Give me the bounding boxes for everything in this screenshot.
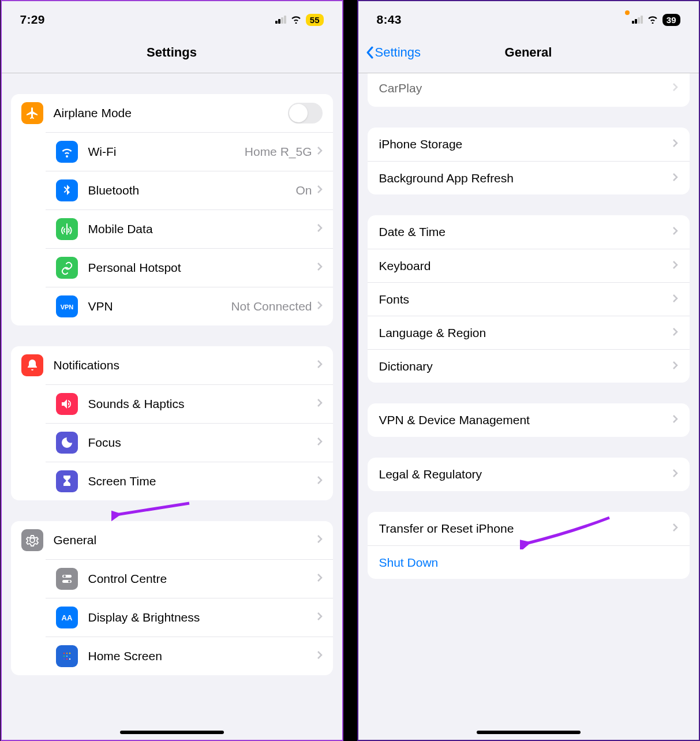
status-bar: 8:43 39 (358, 1, 699, 35)
row-home-screen[interactable]: Home Screen (46, 637, 333, 675)
row-label: VPN (88, 300, 231, 313)
status-icons: 55 (275, 14, 323, 26)
sliders-icon (56, 568, 78, 590)
row-label: Mobile Data (88, 222, 317, 236)
row-label: Screen Time (88, 474, 317, 488)
row-bluetooth[interactable]: BluetoothOn (46, 171, 333, 209)
row-background-app-refresh[interactable]: Background App Refresh (368, 161, 690, 194)
gear-icon (21, 529, 43, 551)
row-language-region[interactable]: Language & Region (368, 316, 690, 349)
row-mobile-data[interactable]: Mobile Data (46, 209, 333, 248)
toggle-switch[interactable] (288, 103, 323, 124)
chevron-right-icon (317, 185, 323, 196)
svg-point-11 (66, 656, 67, 657)
row-label: Control Centre (88, 572, 317, 586)
row-label: Dictionary (379, 360, 672, 373)
svg-point-13 (63, 658, 64, 660)
svg-point-14 (66, 658, 67, 660)
row-label: Legal & Regulatory (379, 467, 672, 481)
back-label: Settings (375, 45, 421, 60)
row-general[interactable]: General (11, 521, 333, 559)
chevron-right-icon (317, 612, 323, 623)
status-time: 7:29 (20, 13, 45, 27)
nav-bar: Settings (2, 35, 342, 73)
settings-group-system: NotificationsSounds & HapticsFocusScreen… (11, 346, 333, 500)
row-display-brightness[interactable]: AADisplay & Brightness (46, 598, 333, 637)
row-label: Sounds & Haptics (88, 397, 317, 411)
general-group-legal: Legal & Regulatory (368, 458, 690, 491)
row-label: Home Screen (88, 649, 317, 663)
phone-settings-root: 7:29 55 Settings Airplane ModeWi-FiHome … (1, 0, 343, 741)
vpn-icon: VPN (56, 295, 78, 317)
row-label: Keyboard (379, 259, 672, 273)
chevron-right-icon (672, 469, 678, 480)
status-bar: 7:29 55 (2, 1, 342, 35)
speaker-icon (56, 393, 78, 415)
page-title: Settings (2, 45, 342, 60)
battery-indicator: 55 (306, 14, 324, 26)
chevron-right-icon (317, 398, 323, 410)
antenna-icon (56, 218, 78, 240)
chevron-right-icon (317, 534, 323, 546)
back-button[interactable]: Settings (365, 45, 421, 60)
wifi-icon (56, 141, 78, 163)
hourglass-icon (56, 470, 78, 492)
row-control-centre[interactable]: Control Centre (46, 559, 333, 598)
row-label: Notifications (54, 358, 317, 372)
chevron-right-icon (672, 173, 678, 184)
row-label: Bluetooth (88, 184, 296, 197)
row-vpn[interactable]: VPNVPNNot Connected (46, 287, 333, 325)
row-label: Airplane Mode (54, 106, 288, 120)
row-screen-time[interactable]: Screen Time (46, 462, 333, 500)
row-detail: Not Connected (231, 300, 312, 313)
row-date-time[interactable]: Date & Time (368, 215, 690, 249)
bell-icon (21, 354, 43, 376)
row-label: Wi-Fi (88, 145, 245, 159)
home-indicator[interactable] (120, 731, 224, 734)
row-legal-regulatory[interactable]: Legal & Regulatory (368, 458, 690, 491)
svg-point-8 (66, 653, 67, 654)
status-privacy-dot (625, 10, 630, 15)
chevron-right-icon (317, 146, 323, 158)
row-fonts[interactable]: Fonts (368, 282, 690, 316)
row-personal-hotspot[interactable]: Personal Hotspot (46, 248, 333, 287)
row-label: Date & Time (379, 225, 672, 239)
row-label: General (54, 533, 317, 547)
chevron-right-icon (672, 139, 678, 150)
general-group-reset: Transfer or Reset iPhoneShut Down (368, 512, 690, 579)
row-focus[interactable]: Focus (46, 423, 333, 462)
row-transfer-reset[interactable]: Transfer or Reset iPhone (368, 512, 690, 545)
row-wifi[interactable]: Wi-FiHome R_5G (46, 132, 333, 171)
chevron-right-icon (672, 83, 678, 94)
row-label: Fonts (379, 293, 672, 306)
settings-group-connectivity: Airplane ModeWi-FiHome R_5GBluetoothOnMo… (11, 94, 333, 325)
row-dictionary[interactable]: Dictionary (368, 349, 690, 383)
svg-point-4 (68, 581, 70, 583)
annotation-arrow-general (111, 499, 192, 522)
row-label: Display & Brightness (88, 611, 317, 624)
row-carplay[interactable]: CarPlay (368, 73, 690, 107)
svg-point-10 (63, 656, 64, 657)
row-iphone-storage[interactable]: iPhone Storage (368, 128, 690, 161)
svg-point-9 (69, 653, 70, 654)
chevron-right-icon (317, 650, 323, 662)
chevron-right-icon (672, 361, 678, 372)
cellular-signal-icon (632, 16, 643, 24)
home-indicator[interactable] (477, 731, 581, 734)
row-notifications[interactable]: Notifications (11, 346, 333, 384)
row-sounds-haptics[interactable]: Sounds & Haptics (46, 384, 333, 423)
chevron-right-icon (317, 476, 323, 487)
svg-text:AA: AA (61, 613, 72, 622)
settings-group-general: GeneralControl CentreAADisplay & Brightn… (11, 521, 333, 675)
row-keyboard[interactable]: Keyboard (368, 249, 690, 282)
row-shut-down[interactable]: Shut Down (368, 545, 690, 579)
aa-icon: AA (56, 607, 78, 628)
chevron-right-icon (317, 262, 323, 274)
chevron-right-icon (672, 226, 678, 238)
row-vpn-device-management[interactable]: VPN & Device Management (368, 403, 690, 437)
row-detail: On (295, 184, 312, 197)
airplane-icon (21, 102, 43, 124)
chevron-right-icon (317, 360, 323, 371)
row-label: Language & Region (379, 326, 672, 340)
row-airplane-mode[interactable]: Airplane Mode (11, 94, 333, 132)
